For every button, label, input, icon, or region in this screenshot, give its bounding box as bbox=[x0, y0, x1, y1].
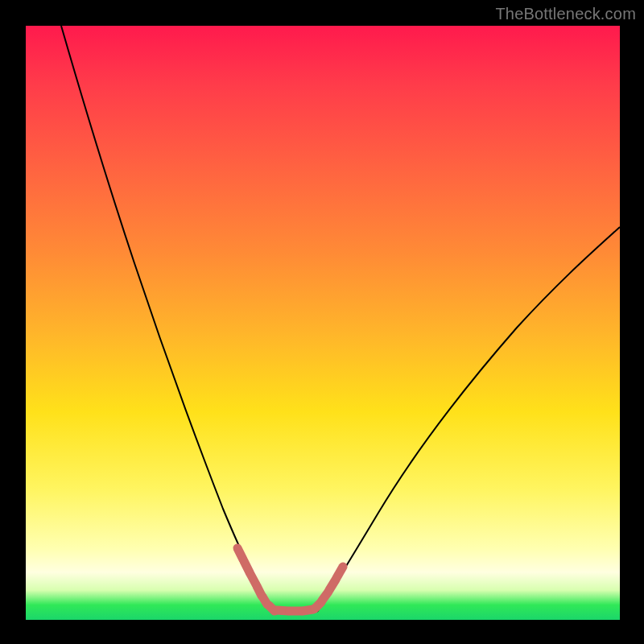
plot-area bbox=[26, 26, 620, 620]
curve-layer bbox=[26, 26, 620, 620]
chart-frame: TheBottleneck.com bbox=[0, 0, 644, 644]
watermark-text: TheBottleneck.com bbox=[495, 5, 636, 23]
tick-mark bbox=[336, 567, 343, 578]
left-curve bbox=[61, 26, 274, 612]
valley-ticks bbox=[237, 548, 343, 611]
right-curve bbox=[317, 227, 620, 612]
